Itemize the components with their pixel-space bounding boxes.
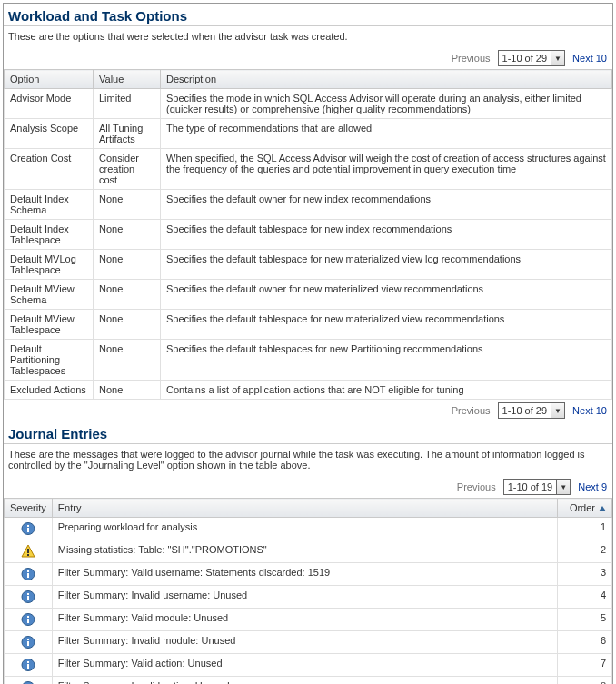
pager-next[interactable]: Next 9 <box>578 481 607 492</box>
severity-cell <box>5 540 53 563</box>
svg-rect-13 <box>27 616 29 618</box>
option-cell: Default MVLog Tablespace <box>5 250 94 280</box>
order-cell: 8 <box>558 677 612 685</box>
chevron-down-icon[interactable]: ▼ <box>556 480 570 494</box>
pager-range-value: 1-10 of 29 <box>499 405 551 416</box>
svg-rect-20 <box>27 664 29 669</box>
col-value: Value <box>94 70 161 89</box>
svg-rect-14 <box>27 619 29 623</box>
order-cell: 6 <box>558 631 612 654</box>
entry-cell: Filter Summary: Invalid module: Unused <box>52 631 557 654</box>
pager-range-select[interactable]: 1-10 of 19 ▼ <box>503 479 571 495</box>
workload-desc: These are the options that were selected… <box>4 28 612 47</box>
entry-cell: Filter Summary: Valid module: Unused <box>52 609 557 631</box>
option-cell: Default Index Tablespace <box>5 220 94 250</box>
severity-cell <box>5 631 53 654</box>
svg-rect-16 <box>27 639 29 640</box>
option-cell: Advisor Mode <box>5 89 94 119</box>
table-row: Default Partitioning TablespacesNoneSpec… <box>5 340 612 381</box>
pager-previous: Previous <box>457 481 496 492</box>
journal-title: Journal Entries <box>4 421 612 444</box>
table-row: Filter Summary: Valid action: Unused7 <box>5 654 612 677</box>
value-cell: None <box>94 280 161 310</box>
order-cell: 2 <box>558 540 612 563</box>
entry-cell: Filter Summary: Invalid action: Unused <box>52 677 557 685</box>
svg-rect-7 <box>27 570 29 572</box>
severity-cell <box>5 609 53 631</box>
table-row: Filter Summary: Invalid action: Unused8 <box>5 677 612 685</box>
value-cell: None <box>94 220 161 250</box>
description-cell: Specifies the default tablespace for new… <box>161 250 612 280</box>
description-cell: Specifies the default owner for new mate… <box>161 280 612 310</box>
order-cell: 5 <box>558 609 612 631</box>
workload-options-table: Option Value Description Advisor ModeLim… <box>4 69 612 400</box>
table-row: Filter Summary: Valid module: Unused5 <box>5 609 612 631</box>
info-icon <box>10 590 46 604</box>
col-entry: Entry <box>52 499 557 518</box>
value-cell: None <box>94 340 161 381</box>
table-row: Default Index SchemaNoneSpecifies the de… <box>5 190 612 220</box>
description-cell: Specifies the mode in which SQL Access A… <box>161 89 612 119</box>
table-row: Filter Summary: Valid username: Statemen… <box>5 563 612 586</box>
entry-cell: Filter Summary: Valid action: Unused <box>52 654 557 677</box>
entry-cell: Missing statistics: Table: "SH"."PROMOTI… <box>52 540 557 563</box>
info-icon <box>10 612 46 627</box>
pager-previous: Previous <box>452 53 491 64</box>
entry-cell: Preparing workload for analysis <box>52 518 557 540</box>
svg-rect-5 <box>27 554 29 556</box>
info-icon <box>10 521 46 536</box>
table-row: Filter Summary: Invalid username: Unused… <box>5 586 612 609</box>
severity-cell <box>5 677 53 685</box>
chevron-down-icon[interactable]: ▼ <box>551 51 564 65</box>
option-cell: Default MView Tablespace <box>5 310 94 340</box>
option-cell: Default Partitioning Tablespaces <box>5 340 94 381</box>
svg-rect-17 <box>27 641 29 646</box>
severity-cell <box>5 586 53 609</box>
description-cell: Specifies the default tablespace for new… <box>161 310 612 340</box>
severity-cell <box>5 654 53 677</box>
info-icon <box>10 635 46 649</box>
table-row: Default Index TablespaceNoneSpecifies th… <box>5 220 612 250</box>
description-cell: Contains a list of application actions t… <box>161 381 612 400</box>
pager-range-value: 1-10 of 29 <box>499 53 551 64</box>
value-cell: None <box>94 381 161 400</box>
warning-icon <box>10 544 46 559</box>
journal-entries-table: Severity Entry Order Preparing workload … <box>4 498 612 684</box>
pager-range-select[interactable]: 1-10 of 29 ▼ <box>498 50 566 66</box>
value-cell: None <box>94 310 161 340</box>
svg-rect-8 <box>27 573 29 578</box>
order-cell: 7 <box>558 654 612 677</box>
entry-cell: Filter Summary: Invalid username: Unused <box>52 586 557 609</box>
table-row: Default MView SchemaNoneSpecifies the de… <box>5 280 612 310</box>
chevron-down-icon[interactable]: ▼ <box>551 403 564 418</box>
severity-cell <box>5 563 53 586</box>
description-cell: Specifies the default tablespaces for ne… <box>161 340 612 381</box>
table-row: Default MVLog TablespaceNoneSpecifies th… <box>5 250 612 280</box>
description-cell: When specified, the SQL Access Advisor w… <box>161 149 612 190</box>
option-cell: Excluded Actions <box>5 381 94 400</box>
pager-next[interactable]: Next 10 <box>572 53 607 64</box>
journal-top-pager: Previous 1-10 of 19 ▼ Next 9 <box>4 476 612 498</box>
option-cell: Default MView Schema <box>5 280 94 310</box>
value-cell: None <box>94 250 161 280</box>
pager-previous: Previous <box>452 405 491 416</box>
severity-cell <box>5 518 53 540</box>
order-cell: 4 <box>558 586 612 609</box>
svg-rect-11 <box>27 596 29 600</box>
order-cell: 3 <box>558 563 612 586</box>
value-cell: Limited <box>94 89 161 119</box>
svg-rect-1 <box>27 525 29 527</box>
col-order[interactable]: Order <box>558 499 612 518</box>
workload-title: Workload and Task Options <box>4 4 612 26</box>
pager-range-select[interactable]: 1-10 of 29 ▼ <box>498 402 566 419</box>
col-description: Description <box>161 70 612 89</box>
table-row: Filter Summary: Invalid module: Unused6 <box>5 631 612 654</box>
col-option: Option <box>5 70 94 89</box>
table-row: Default MView TablespaceNoneSpecifies th… <box>5 310 612 340</box>
svg-rect-4 <box>27 549 29 553</box>
order-cell: 1 <box>558 518 612 540</box>
svg-rect-2 <box>27 528 29 532</box>
option-cell: Creation Cost <box>5 149 94 190</box>
pager-next[interactable]: Next 10 <box>572 405 607 416</box>
workload-bottom-pager: Previous 1-10 of 29 ▼ Next 10 <box>4 400 612 421</box>
